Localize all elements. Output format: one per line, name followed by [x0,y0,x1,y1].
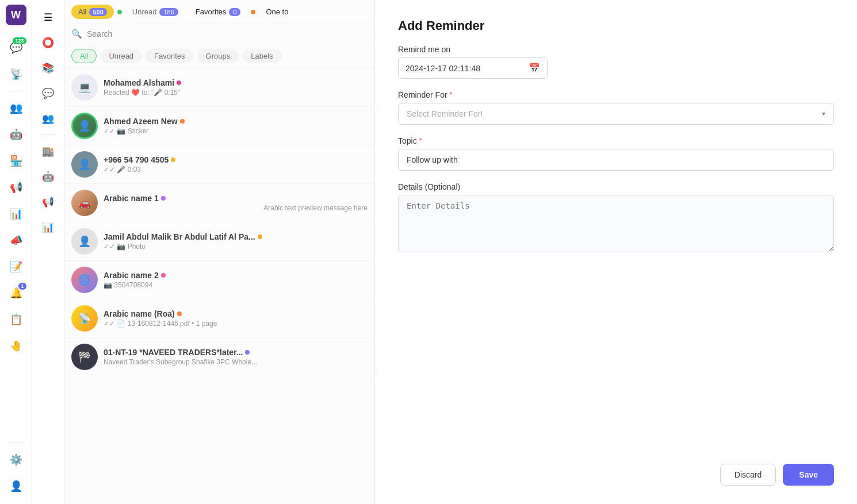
tab-all[interactable]: All 500 [71,5,114,19]
sidebar-item-settings[interactable]: ⚙️ [5,448,28,471]
search-input[interactable] [87,29,368,39]
sidebar-item-notes[interactable]: 📝 [5,255,28,278]
sidebar-item-megaphone[interactable]: 📢 [5,176,28,199]
hand-icon: 🤚 [10,340,22,352]
app-logo[interactable]: W [6,5,26,25]
list-item[interactable]: 💻 Mohamed Alshami Reacted ❤️ to: "🎤 0:15… [64,68,374,107]
main-content: Add Reminder Remind me on 📅 Reminder For… [375,0,857,504]
filter-chips: All Unread Favorites Groups Labels [64,44,374,68]
details-label: Details (Optional) [398,182,834,191]
layers-icon-button[interactable]: 📚 [37,57,59,79]
chart-icon: 📊 [10,207,22,220]
chat-name: Jamil Abdul Malik Br Abdul Latif Al Pa..… [104,232,255,241]
avatar: 📡 [71,305,98,332]
chat-preview: Naveed Trader's Subegroup Shafike 3PC Wh… [104,358,368,366]
top-filter-tabs: All 500 Unread 186 Favorites 0 One to [64,0,374,24]
chart2-icon-button[interactable]: 📊 [37,216,59,238]
chat-content: Arabic name 2 📷 3504708094 [104,271,368,289]
chat-preview: Reacted ❤️ to: "🎤 0:15" [104,89,368,97]
chat-content: Ahmed Azeem New ✓✓ 📷 Sticker [104,117,368,135]
sidebar-item-broadcast[interactable]: 📡 [5,63,28,86]
store-icon-button[interactable]: 🏬 [37,140,59,162]
profile-icon: 👤 [10,480,22,493]
bubble-icon-button[interactable]: 💬 [37,82,59,104]
datetime-wrapper[interactable]: 📅 [398,57,548,79]
list-item[interactable]: 🌀 Arabic name 2 📷 3504708094 [64,261,374,299]
menu-icon: ☰ [44,11,52,24]
chat-badge: 123 [13,37,26,44]
reminder-for-select[interactable]: Select Reminder For! ▾ [398,103,834,125]
chat-name: +966 54 790 4505 [104,155,169,164]
list-item[interactable]: 🏁 01-NT-19 *NAVEED TRADERS*later... Nave… [64,338,374,376]
chip-unread[interactable]: Unread [100,49,142,63]
tab-oneto[interactable]: One to [259,5,295,19]
sidebar-item-profile[interactable]: 👤 [5,475,28,498]
list-item[interactable]: 👤 Ahmed Azeem New ✓✓ 📷 Sticker [64,107,374,145]
topic-group: Topic * [398,136,834,171]
sidebar-item-contacts[interactable]: 👥 [5,97,28,120]
avatar: 🚗 [71,190,98,216]
table-icon: 📋 [10,313,22,326]
modal-footer: Discard Save [398,452,834,486]
tab-favorites[interactable]: Favorites 0 [189,5,248,19]
sidebar-item-shop[interactable]: 🏪 [5,149,28,172]
sidebar-item-chat[interactable]: 💬 123 [5,36,28,59]
group-icon-button[interactable]: 👥 [37,107,59,129]
reminder-for-label: Reminder For * [398,90,834,99]
modal-title: Add Reminder [398,18,834,33]
chat-list: 💻 Mohamed Alshami Reacted ❤️ to: "🎤 0:15… [64,68,374,504]
chat-preview: Arabic text preview message here [104,204,368,212]
robot-icon-button[interactable]: 🤖 [37,166,59,187]
sidebar-divider-bottom [7,443,25,443]
details-textarea[interactable] [398,195,834,252]
chip-all[interactable]: All [71,49,97,63]
datetime-input[interactable] [405,64,529,73]
store-icon: 🏬 [42,145,54,157]
chat-preview: 📷 3504708094 [104,281,368,289]
topic-input[interactable] [398,149,834,171]
chat-preview: ✓✓ 📷 Photo [104,243,368,251]
color-dot [171,157,175,162]
chat-list-panel: All 500 Unread 186 Favorites 0 One to 🔍 … [64,0,375,504]
calendar-icon[interactable]: 📅 [529,63,540,74]
tab-unread[interactable]: Unread 186 [125,5,185,19]
sidebar-item-chart[interactable]: 📊 [5,202,28,225]
shop-icon: 🏪 [10,155,22,167]
chat-content: Arabic name (Roa) ✓✓ 📄 13-160812-1446.pd… [104,309,368,328]
chat-content: Arabic name 1 Arabic text preview messag… [104,194,368,212]
list-item[interactable]: 👤 Jamil Abdul Malik Br Abdul Latif Al Pa… [64,222,374,261]
list-item[interactable]: 📡 Arabic name (Roa) ✓✓ 📄 13-160812-1446.… [64,299,374,338]
chip-labels[interactable]: Labels [242,49,281,63]
chat-name: Arabic name (Roa) [104,309,175,318]
broadcast-icon: 📡 [10,68,22,80]
chat-content: +966 54 790 4505 ✓✓ 🎤 0:03 [104,155,368,174]
chip-favorites[interactable]: Favorites [146,49,193,63]
discard-button[interactable]: Discard [720,464,776,486]
speaker-icon-button[interactable]: 📢 [37,191,59,213]
chip-groups[interactable]: Groups [197,49,239,63]
sidebar-item-bell[interactable]: 🔔 1 [5,282,28,305]
sidebar-item-table[interactable]: 📋 [5,308,28,331]
tab-all-count: 500 [89,8,106,16]
avatar: 👤 [71,228,98,255]
details-group: Details (Optional) [398,182,834,252]
list-item[interactable]: 🚗 Arabic name 1 Arabic text preview mess… [64,184,374,222]
settings-icon: ⚙️ [10,453,22,466]
chevron-down-icon: ▾ [822,110,825,118]
side-divider [40,134,57,135]
sidebar-item-hand[interactable]: 🤚 [5,334,28,357]
menu-icon-button[interactable]: ☰ [37,6,59,28]
campaign-icon: 📣 [10,234,22,247]
status-icon-button[interactable]: ⭕ [37,32,59,53]
chat-side-panel: ☰ ⭕ 📚 💬 👥 🏬 🤖 📢 📊 [32,0,64,504]
bot-icon: 🤖 [10,128,22,141]
chat-preview: ✓✓ 📷 Sticker [104,127,368,135]
required-star-topic: * [419,137,422,145]
sidebar-item-campaign[interactable]: 📣 [5,229,28,252]
reminder-for-group: Reminder For * Select Reminder For! ▾ [398,90,834,125]
tab-favorites-count: 0 [229,8,240,16]
list-item[interactable]: 👤 +966 54 790 4505 ✓✓ 🎤 0:03 [64,145,374,184]
save-button[interactable]: Save [783,464,834,486]
sidebar-item-bot[interactable]: 🤖 [5,123,28,146]
color-dot [180,119,185,124]
